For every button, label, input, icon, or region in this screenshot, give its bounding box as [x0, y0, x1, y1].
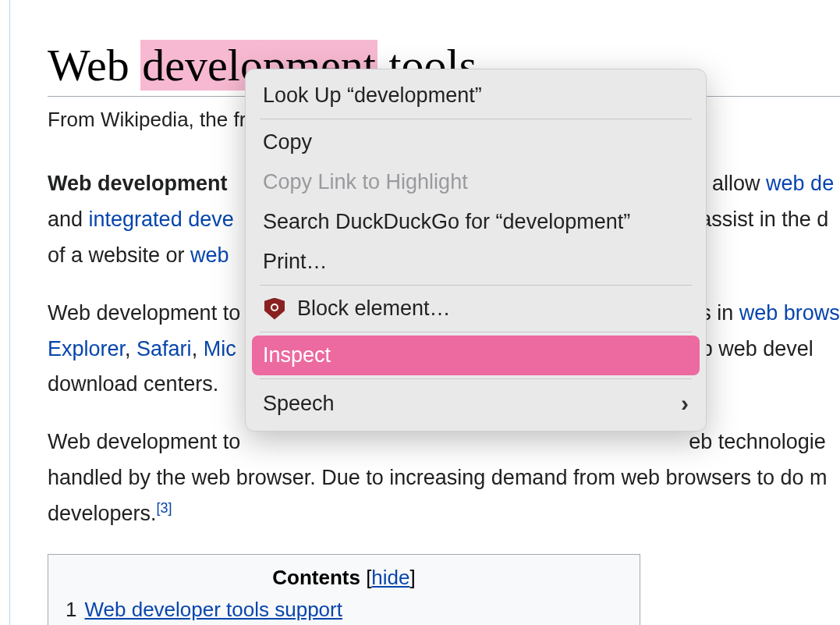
text-fragment: download centers. — [48, 372, 218, 396]
link-integrated-dev[interactable]: integrated deve — [89, 208, 234, 231]
menu-label: Look Up “development” — [263, 83, 482, 108]
toc-item[interactable]: 1Web developer tools support — [66, 598, 622, 622]
text-fragment: Web development to — [48, 301, 240, 325]
menu-speech[interactable]: Speech › — [252, 382, 700, 424]
text-fragment: assist in the d — [694, 208, 829, 231]
menu-label: Block element… — [297, 297, 451, 321]
menu-label: Copy Link to Highlight — [263, 170, 468, 194]
toc-num: 1 — [66, 598, 76, 621]
bold-term: Web development — [48, 172, 233, 195]
chevron-right-icon: › — [681, 390, 689, 417]
menu-label: Search DuckDuckGo for “development” — [263, 210, 630, 234]
toc-hide-link[interactable]: hide — [371, 566, 409, 589]
menu-label: Copy — [263, 130, 312, 154]
menu-search-duckduckgo[interactable]: Search DuckDuckGo for “development” — [252, 202, 700, 242]
menu-copy-link-highlight: Copy Link to Highlight — [252, 162, 700, 202]
menu-separator — [260, 285, 692, 286]
toc-bracket: ] — [410, 566, 416, 589]
link-web[interactable]: web — [190, 243, 229, 267]
citation-ref[interactable]: [3] — [157, 500, 172, 516]
menu-separator — [260, 378, 692, 379]
link-web-de[interactable]: web de — [766, 172, 834, 195]
text-fragment: Web development to — [48, 430, 240, 453]
text-fragment: developers. — [48, 502, 157, 525]
link-microsoft[interactable]: Mic — [204, 337, 236, 360]
link-explorer[interactable]: Explorer — [48, 337, 125, 360]
menu-label: Print… — [263, 250, 328, 274]
menu-label: Inspect — [263, 343, 331, 368]
text-fragment: of a website or — [48, 243, 190, 267]
menu-separator — [260, 119, 692, 119]
menu-copy[interactable]: Copy — [252, 123, 700, 162]
text-fragment: , — [125, 337, 136, 360]
text-fragment: , — [192, 337, 204, 360]
menu-separator — [260, 332, 692, 332]
menu-inspect[interactable]: Inspect — [252, 336, 700, 375]
link-web-browsers[interactable]: web brows — [739, 301, 840, 325]
menu-print[interactable]: Print… — [252, 242, 700, 282]
title-pre: Web — [48, 40, 140, 91]
toc-title: Contents — [272, 566, 360, 589]
link-safari[interactable]: Safari — [136, 337, 192, 360]
toc-link[interactable]: Web developer tools support — [84, 598, 342, 621]
text-fragment: handled by the web browser. Due to incre… — [48, 466, 828, 489]
context-menu: Look Up “development” Copy Copy Link to … — [245, 69, 707, 431]
text-fragment: and — [48, 208, 89, 231]
menu-lookup[interactable]: Look Up “development” — [252, 76, 700, 115]
menu-block-element[interactable]: Block element… — [252, 289, 700, 328]
table-of-contents: Contents [hide] 1Web developer tools sup… — [48, 554, 640, 625]
menu-label: Speech — [263, 392, 335, 416]
text-fragment: eb technologie — [689, 430, 826, 453]
toc-bracket: [ — [360, 566, 371, 589]
ublock-icon — [263, 297, 286, 321]
